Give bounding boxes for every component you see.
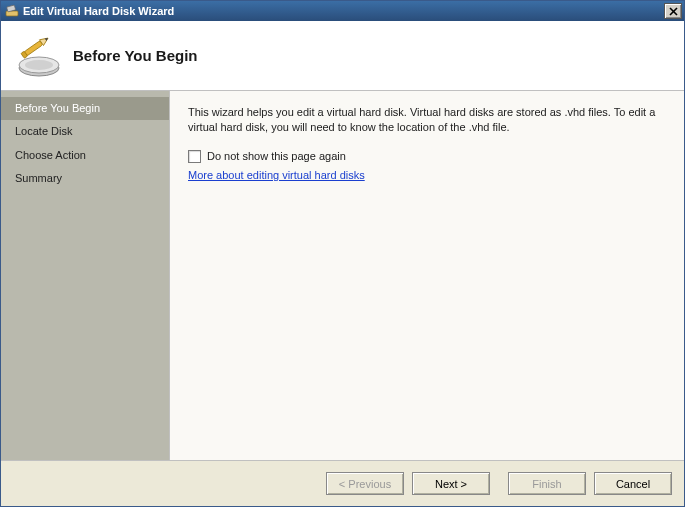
app-icon bbox=[5, 4, 19, 18]
description-text: This wizard helps you edit a virtual har… bbox=[188, 105, 666, 136]
wizard-header-icon bbox=[15, 32, 63, 80]
step-label: Summary bbox=[15, 172, 62, 184]
wizard-content: This wizard helps you edit a virtual har… bbox=[169, 91, 684, 460]
step-before-you-begin[interactable]: Before You Begin bbox=[1, 97, 169, 120]
close-icon bbox=[669, 7, 678, 16]
step-label: Before You Begin bbox=[15, 102, 100, 114]
next-button[interactable]: Next > bbox=[412, 472, 490, 495]
close-button[interactable] bbox=[664, 3, 682, 19]
previous-button: < Previous bbox=[326, 472, 404, 495]
titlebar-title: Edit Virtual Hard Disk Wizard bbox=[23, 5, 664, 17]
wizard-window: Edit Virtual Hard Disk Wizard Befo bbox=[0, 0, 685, 507]
wizard-body: Before You Begin Locate Disk Choose Acti… bbox=[1, 91, 684, 460]
step-summary[interactable]: Summary bbox=[1, 167, 169, 190]
step-choose-action[interactable]: Choose Action bbox=[1, 144, 169, 167]
finish-button: Finish bbox=[508, 472, 586, 495]
wizard-footer: < Previous Next > Finish Cancel bbox=[1, 460, 684, 506]
wizard-header: Before You Begin bbox=[1, 21, 684, 91]
step-label: Choose Action bbox=[15, 149, 86, 161]
step-locate-disk[interactable]: Locate Disk bbox=[1, 120, 169, 143]
checkbox-label: Do not show this page again bbox=[207, 150, 346, 162]
page-title: Before You Begin bbox=[73, 47, 197, 64]
do-not-show-checkbox[interactable] bbox=[188, 150, 201, 163]
more-info-link[interactable]: More about editing virtual hard disks bbox=[188, 169, 365, 181]
cancel-button[interactable]: Cancel bbox=[594, 472, 672, 495]
svg-point-6 bbox=[25, 60, 53, 70]
titlebar: Edit Virtual Hard Disk Wizard bbox=[1, 1, 684, 21]
do-not-show-row: Do not show this page again bbox=[188, 150, 666, 163]
wizard-steps-sidebar: Before You Begin Locate Disk Choose Acti… bbox=[1, 91, 169, 460]
step-label: Locate Disk bbox=[15, 125, 72, 137]
